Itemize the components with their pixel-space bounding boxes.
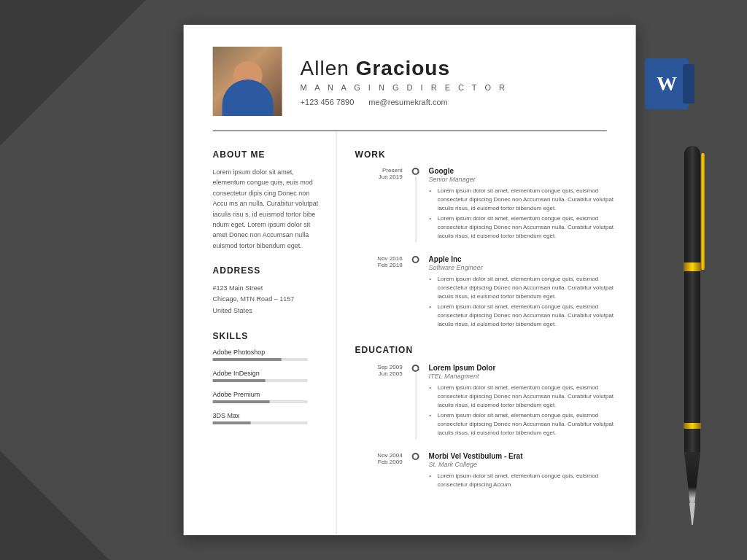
skill-name: Adobe Premium — [213, 391, 322, 398]
skill-bar-bg — [213, 379, 308, 382]
work-section: WORK Present Jun 2019 Google Senior Mana… — [355, 149, 614, 330]
job-title-text: St. Mark College — [429, 461, 614, 468]
header-info: Allen Gracious M A N A G I N G D I R E C… — [301, 57, 607, 106]
job-title-text: Senior Manager — [429, 176, 614, 183]
full-name: Allen Gracious — [301, 57, 607, 80]
right-column: WORK Present Jun 2019 Google Senior Mana… — [337, 131, 636, 535]
job-title: M A N A G I N G D I R E C T O R — [301, 83, 607, 92]
timeline-line — [415, 373, 416, 439]
education-section: EDUCATION Sep 2009 Jun 2005 Lorem Ipsum … — [355, 345, 614, 491]
bullet-list: Lorem ipsum dolor sit amet, elementum co… — [429, 187, 614, 241]
address-section-title: ADDRESS — [213, 265, 322, 276]
company-name: Apple Inc — [429, 255, 614, 263]
timeline-content: Google Senior Manager Lorem ipsum dolor … — [429, 167, 614, 242]
timeline-dot — [412, 365, 419, 372]
timeline-item: Nov 2016 Feb 2018 Apple Inc Software Eng… — [355, 255, 614, 330]
skill-item: 3DS Max — [213, 412, 322, 424]
date-top: Present — [355, 167, 403, 174]
date-bottom: Feb 2000 — [355, 459, 403, 465]
bullet-item: Lorem ipsum dolor sit amet, elementum co… — [438, 214, 614, 241]
timeline-dot — [412, 453, 419, 460]
pen-body — [684, 146, 700, 452]
bullet-list: Lorem ipsum dolor sit amet, elementum co… — [429, 275, 614, 329]
date-top: Nov 2004 — [355, 452, 403, 459]
timeline-dot — [412, 256, 419, 263]
address-line1: #123 Main Street — [213, 283, 322, 294]
phone: +123 456 7890 — [301, 98, 355, 106]
word-icon-label: W — [657, 72, 677, 96]
bullet-item: Lorem ipsum dolor sit amet, elementum co… — [438, 187, 614, 213]
address-line3: United States — [213, 306, 322, 316]
skills-section-title: SKILLS — [213, 331, 322, 341]
pen-nib — [689, 503, 695, 525]
date-bottom: Jun 2005 — [355, 370, 403, 377]
skill-bar-fill — [213, 400, 270, 403]
date-bottom: Jun 2019 — [355, 174, 403, 180]
job-title-text: ITEL Managment — [429, 373, 614, 380]
timeline-dot-col — [410, 452, 422, 491]
pen-tip — [684, 452, 700, 510]
bullet-item: Lorem ipsum dolor sit amet, elementum co… — [438, 384, 614, 410]
timeline-content: Morbi Vel Vestibulum - Erat St. Mark Col… — [429, 452, 614, 491]
skill-item: Adobe Photoshop — [213, 349, 322, 361]
timeline-dates: Nov 2016 Feb 2018 — [355, 255, 403, 330]
company-name: Lorem Ipsum Dolor — [429, 364, 614, 372]
left-column: ABOUT ME Lorem ipsum dolor sit amet, ele… — [184, 131, 337, 535]
pen-clip — [701, 153, 705, 270]
skill-name: Adobe Photoshop — [213, 349, 322, 356]
timeline-dates: Nov 2004 Feb 2000 — [355, 452, 403, 491]
timeline-content: Apple Inc Software Engineer Lorem ipsum … — [429, 255, 614, 330]
bullet-list: Lorem ipsum dolor sit amet, elementum co… — [429, 384, 614, 438]
bullet-item: Lorem ipsum dolor sit amet, elementum co… — [438, 303, 614, 329]
company-name: Morbi Vel Vestibulum - Erat — [429, 452, 614, 460]
address-text: #123 Main Street Chicago, MTN Road – 115… — [213, 283, 322, 316]
skill-bar-fill — [213, 421, 251, 424]
email: me@resumekraft.com — [368, 98, 447, 106]
skill-item: Adobe Premium — [213, 391, 322, 403]
pen-band1 — [684, 262, 701, 271]
bullet-item: Lorem ipsum dolor sit amet, elementum co… — [438, 275, 614, 301]
resume-body: ABOUT ME Lorem ipsum dolor sit amet, ele… — [184, 131, 636, 535]
bullet-item: Lorem ipsum dolor sit amet, elementum co… — [438, 472, 614, 489]
skill-bar-bg — [213, 400, 308, 403]
timeline-dates: Present Jun 2019 — [355, 167, 403, 242]
skill-name: 3DS Max — [213, 412, 322, 419]
first-name: Allen — [301, 57, 349, 79]
contact-info: +123 456 7890 me@resumekraft.com — [301, 98, 607, 106]
skill-name: Adobe InDesign — [213, 370, 322, 377]
timeline-line — [415, 176, 416, 242]
work-timeline: Present Jun 2019 Google Senior Manager L… — [355, 167, 614, 330]
about-section-title: ABOUT ME — [213, 149, 322, 160]
education-section-title: EDUCATION — [355, 345, 614, 355]
company-name: Google — [429, 167, 614, 175]
date-bottom: Feb 2018 — [355, 262, 403, 268]
timeline-item: Present Jun 2019 Google Senior Manager L… — [355, 167, 614, 242]
timeline-content: Lorem Ipsum Dolor ITEL Managment Lorem i… — [429, 364, 614, 439]
job-title-text: Software Engineer — [429, 264, 614, 271]
skill-bar-fill — [213, 379, 266, 382]
bullet-item: Lorem ipsum dolor sit amet, elementum co… — [438, 411, 614, 438]
timeline-dot-col — [410, 255, 422, 330]
timeline-dot-col — [410, 364, 422, 439]
pen-decoration — [678, 146, 707, 525]
skill-bar-fill — [213, 358, 282, 361]
bullet-list: Lorem ipsum dolor sit amet, elementum co… — [429, 472, 614, 489]
resume-page: Allen Gracious M A N A G I N G D I R E C… — [184, 25, 636, 535]
timeline-item: Sep 2009 Jun 2005 Lorem Ipsum Dolor ITEL… — [355, 364, 614, 439]
work-section-title: WORK — [355, 149, 614, 160]
date-top: Sep 2009 — [355, 364, 403, 370]
address-line2: Chicago, MTN Road – 1157 — [213, 294, 322, 305]
education-timeline: Sep 2009 Jun 2005 Lorem Ipsum Dolor ITEL… — [355, 364, 614, 491]
timeline-dot-col — [410, 167, 422, 242]
pen-band2 — [684, 423, 701, 429]
resume-header: Allen Gracious M A N A G I N G D I R E C… — [184, 25, 636, 131]
timeline-dates: Sep 2009 Jun 2005 — [355, 364, 403, 439]
profile-photo — [213, 47, 282, 116]
about-text: Lorem ipsum dolor sit amet, elementum co… — [213, 167, 322, 251]
skill-bar-bg — [213, 358, 308, 361]
date-top: Nov 2016 — [355, 255, 403, 262]
word-icon[interactable]: W — [645, 58, 689, 109]
timeline-item: Nov 2004 Feb 2000 Morbi Vel Vestibulum -… — [355, 452, 614, 491]
timeline-dot — [412, 168, 419, 175]
skill-bar-bg — [213, 421, 308, 424]
